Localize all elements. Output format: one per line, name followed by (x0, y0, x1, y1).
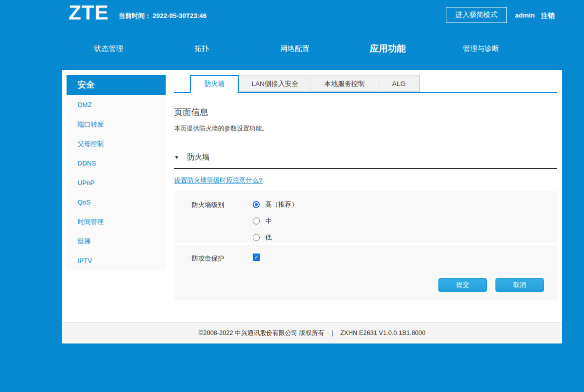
tab-lan-access-security[interactable]: LAN侧接入安全 (239, 76, 311, 92)
page-background: ZTE 当前时间：2022-05-30T23:46 进入极简模式 admin 注… (0, 0, 584, 392)
tab-bar: 防火墙 LAN侧接入安全 本地服务控制 ALG (174, 75, 557, 93)
tab-alg[interactable]: ALG (378, 76, 420, 92)
firewall-section-header[interactable]: ▼ 防火墙 (174, 152, 557, 169)
submit-button[interactable]: 提交 (438, 278, 487, 292)
check-icon: ✓ (254, 254, 259, 260)
nav-item-network-config[interactable]: 网络配置 (248, 44, 341, 54)
nav-item-management[interactable]: 管理与诊断 (434, 44, 527, 54)
page-info-description: 本页提供防火墙的参数设置功能。 (174, 124, 557, 133)
tab-local-service-control[interactable]: 本地服务控制 (311, 76, 378, 92)
firewall-level-options: 高（推荐） 中 低 (253, 200, 298, 250)
sidebar: 安全 DMZ 端口转发 父母控制 DDNS UPnP QoS 时间管理 组播 I… (67, 75, 166, 270)
sidebar-item-ddns[interactable]: DDNS (67, 154, 166, 173)
radio-option-medium[interactable]: 中 (253, 216, 298, 226)
footer-version: ZXHN E2631 V1.0.0.1B1.8000 (340, 330, 425, 336)
radio-icon-medium[interactable] (253, 218, 260, 224)
attack-protection-label: 防攻击保护 (192, 254, 253, 263)
radio-label-high: 高（推荐） (265, 200, 298, 209)
simple-mode-button[interactable]: 进入极简模式 (446, 7, 507, 23)
radio-option-low[interactable]: 低 (253, 233, 298, 242)
nav-item-application[interactable]: 应用功能 (341, 42, 434, 54)
nav-item-topology[interactable]: 拓扑 (155, 44, 248, 54)
radio-label-low: 低 (265, 233, 272, 242)
form-actions: 提交 取消 (192, 278, 557, 292)
firewall-level-block: 防火墙级别 高（推荐） 中 低 (174, 190, 557, 242)
main-nav: 状态管理 拓扑 网络配置 应用功能 管理与诊断 (62, 37, 527, 60)
attack-protection-block: 防攻击保护 ✓ 提交 取消 (174, 245, 557, 300)
collapse-arrow-icon[interactable]: ▼ (174, 154, 179, 160)
footer: ©2008-2022 中兴通讯股份有限公司 版权所有｜ZXHN E2631 V1… (62, 322, 562, 344)
footer-separator: ｜ (329, 330, 335, 336)
zte-logo: ZTE (69, 1, 109, 24)
page-info-title: 页面信息 (174, 106, 557, 118)
main-content: 防火墙 LAN侧接入安全 本地服务控制 ALG 页面信息 本页提供防火墙的参数设… (174, 75, 557, 300)
sidebar-items: DMZ 端口转发 父母控制 DDNS UPnP QoS 时间管理 组播 IPTV (67, 95, 166, 270)
firewall-section-title: 防火墙 (187, 152, 210, 161)
sidebar-item-parental-control[interactable]: 父母控制 (67, 134, 166, 154)
radio-option-high[interactable]: 高（推荐） (253, 200, 298, 209)
username-label: admin (515, 12, 535, 19)
firewall-help-link[interactable]: 设置防火墙等级时应注意什么? (174, 176, 262, 185)
current-time-label: 当前时间： (119, 12, 151, 20)
sidebar-item-time-management[interactable]: 时间管理 (67, 212, 166, 232)
radio-label-medium: 中 (265, 216, 272, 226)
sidebar-item-port-forwarding[interactable]: 端口转发 (67, 114, 166, 134)
sidebar-item-qos[interactable]: QoS (67, 192, 166, 212)
logout-link[interactable]: 注销 (541, 12, 554, 20)
firewall-level-label: 防火墙级别 (192, 200, 253, 210)
current-time-value: 2022-05-30T23:46 (153, 12, 207, 20)
sidebar-item-dmz[interactable]: DMZ (67, 95, 166, 114)
current-time: 当前时间：2022-05-30T23:46 (119, 12, 208, 20)
sidebar-item-multicast[interactable]: 组播 (67, 232, 166, 251)
cancel-button[interactable]: 取消 (495, 278, 544, 292)
sidebar-item-iptv[interactable]: IPTV (67, 251, 166, 270)
sidebar-item-upnp[interactable]: UPnP (67, 173, 166, 192)
attack-protection-checkbox[interactable]: ✓ (253, 254, 260, 261)
radio-icon-high[interactable] (253, 201, 260, 208)
radio-icon-low[interactable] (253, 234, 260, 241)
nav-item-status[interactable]: 状态管理 (62, 44, 155, 54)
tab-firewall[interactable]: 防火墙 (190, 75, 239, 93)
footer-copyright: ©2008-2022 中兴通讯股份有限公司 版权所有 (199, 330, 324, 336)
content-card: 安全 DMZ 端口转发 父母控制 DDNS UPnP QoS 时间管理 组播 I… (62, 70, 562, 344)
sidebar-title-security[interactable]: 安全 (67, 75, 166, 95)
